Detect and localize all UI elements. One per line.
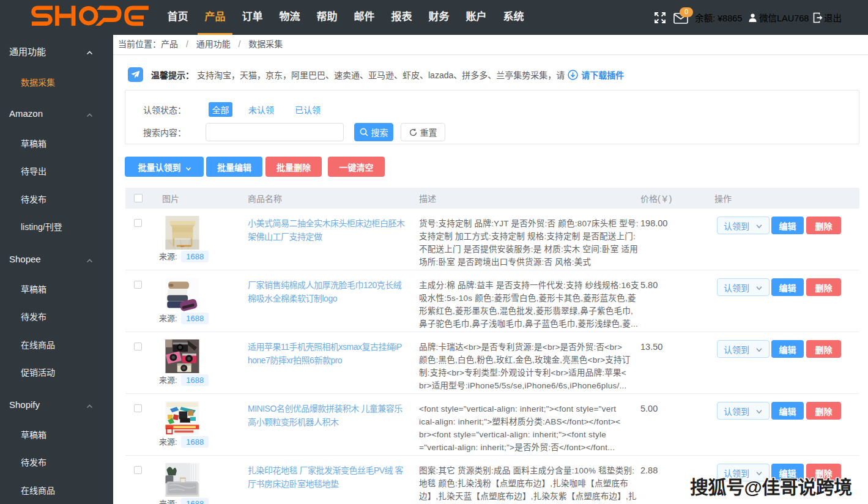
svg-text:xxx: xxx [180, 245, 184, 248]
